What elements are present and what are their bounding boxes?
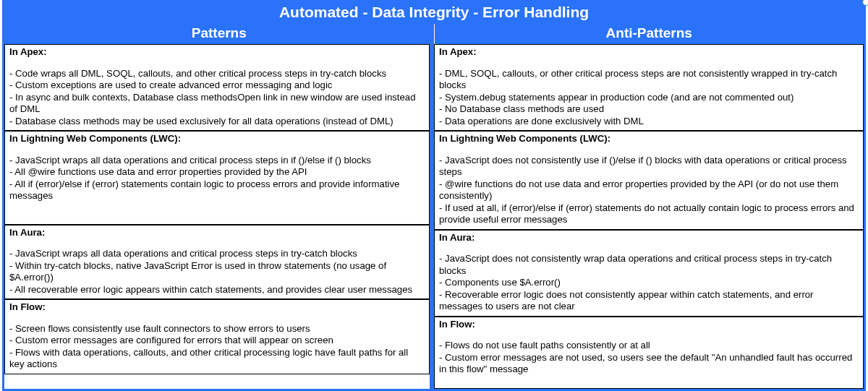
- bullet: - @wire functions do not use data and er…: [439, 179, 859, 202]
- anti-aura: In Aura: - JavaScript does not consisten…: [434, 230, 864, 317]
- anti-flow: In Flow: - Flows do not use fault paths …: [434, 317, 864, 389]
- bullet: - Custom error messages are configured f…: [9, 335, 425, 347]
- patterns-apex: In Apex: - Code wraps all DML, SOQL, cal…: [4, 44, 430, 131]
- bullet: - Recoverable error logic does not consi…: [439, 289, 859, 313]
- bullet: - If used at all, if (error)/else if (er…: [439, 202, 859, 226]
- selection-handle-icon[interactable]: [862, 0, 868, 6]
- bullet: - System.debug statements appear in prod…: [439, 92, 859, 104]
- cell-heading: In Flow:: [439, 319, 859, 331]
- bullet: - Custom error messages are not used, so…: [439, 352, 859, 376]
- bullet: - DML, SOQL, callouts, or other critical…: [439, 68, 859, 92]
- bullet: - JavaScript wraps all data operations a…: [9, 155, 425, 167]
- patterns-flow: In Flow: - Screen flows consistently use…: [4, 299, 430, 374]
- cell-heading: In Lightning Web Components (LWC):: [439, 133, 859, 145]
- cell-heading: In Apex:: [439, 46, 859, 59]
- bullet: - Screen flows consistently use fault co…: [9, 323, 425, 335]
- bullet: - All recoverable error logic appears wi…: [9, 284, 425, 296]
- cell-heading: In Aura:: [9, 227, 425, 239]
- bullet: - JavaScript wraps all data operations a…: [9, 248, 425, 260]
- patterns-column: In Apex: - Code wraps all DML, SOQL, cal…: [4, 44, 434, 389]
- patterns-header: Patterns: [4, 24, 435, 44]
- bullet: - Data operations are done exclusively w…: [439, 116, 859, 128]
- cell-heading: In Lightning Web Components (LWC):: [9, 133, 425, 145]
- subheader-row: Patterns Anti-Patterns: [4, 24, 864, 44]
- bullet: - Components use $A.error(): [439, 277, 859, 289]
- bullet: - Custom exceptions are used to create a…: [9, 80, 425, 92]
- anti-lwc: In Lightning Web Components (LWC): - Jav…: [434, 131, 864, 230]
- cell-heading: In Apex:: [9, 46, 425, 59]
- main-title: Automated - Data Integrity - Error Handl…: [4, 2, 864, 24]
- anti-patterns-column: In Apex: - DML, SOQL, callouts, or other…: [434, 44, 864, 389]
- bullet: - No Database class methods are used: [439, 103, 859, 116]
- comparison-table: Automated - Data Integrity - Error Handl…: [2, 0, 866, 391]
- bullet: - Flows with data operations, callouts, …: [9, 347, 425, 371]
- cell-heading: In Aura:: [439, 232, 859, 244]
- bullet: - Database class methods may be used exc…: [9, 116, 425, 128]
- bullet: - Within try-catch blocks, native JavaSc…: [9, 260, 425, 284]
- anti-patterns-header: Anti-Patterns: [435, 24, 864, 44]
- anti-apex: In Apex: - DML, SOQL, callouts, or other…: [434, 44, 864, 131]
- patterns-lwc: In Lightning Web Components (LWC): - Jav…: [4, 131, 430, 225]
- bullet: - In async and bulk contexts, Database c…: [9, 92, 425, 116]
- bullet: - All if (error)/else if (error) stateme…: [9, 179, 425, 202]
- bullet: - Flows do not use fault paths consisten…: [439, 340, 859, 352]
- bullet: - JavaScript does not consistently use i…: [439, 155, 859, 179]
- bullet: - Code wraps all DML, SOQL, callouts, an…: [9, 68, 425, 80]
- bullet: - JavaScript does not consistently wrap …: [439, 253, 859, 277]
- patterns-aura: In Aura: - JavaScript wraps all data ope…: [4, 225, 430, 300]
- bullet: - All @wire functions use data and error…: [9, 166, 425, 179]
- cell-heading: In Flow:: [9, 301, 425, 314]
